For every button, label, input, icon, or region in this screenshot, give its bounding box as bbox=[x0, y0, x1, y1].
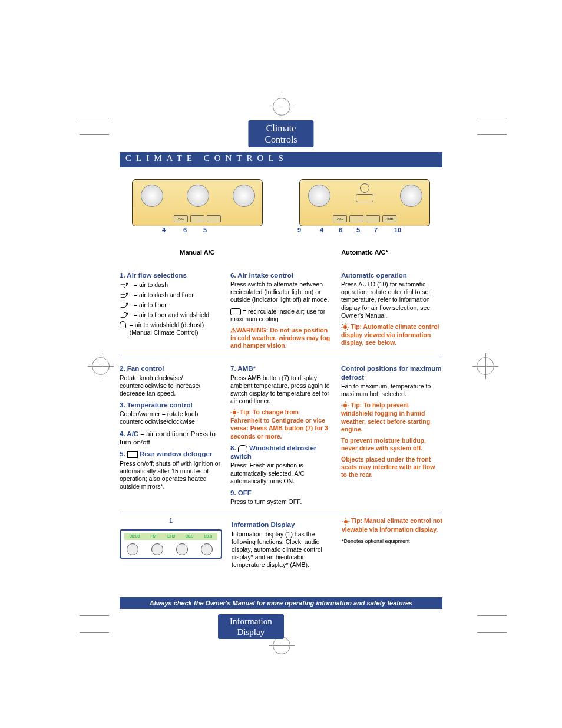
ws-defrost-icon bbox=[238, 445, 247, 452]
info-display-heading: Information Display bbox=[232, 521, 332, 529]
svg-line-12 bbox=[347, 324, 348, 325]
warning-triangle-icon: ⚠ bbox=[230, 327, 236, 334]
info-tab: Information Display bbox=[218, 614, 284, 639]
manual-ac-panel: A/C bbox=[132, 179, 263, 226]
auto-op-body: Press AUTO (10) for automatic operation;… bbox=[341, 281, 442, 319]
intake-body: Press switch to alternate between recirc… bbox=[230, 281, 332, 304]
svg-point-0 bbox=[126, 283, 128, 285]
air-floor-ws-icon bbox=[120, 311, 130, 319]
auto-caption: Automatic A/C* bbox=[287, 249, 442, 257]
svg-point-3 bbox=[126, 313, 128, 315]
svg-point-1 bbox=[126, 293, 128, 295]
section-title: CLIMATE CONTROLS bbox=[120, 152, 442, 167]
header-tab: Climate Controls bbox=[248, 120, 313, 147]
sun-tip-icon bbox=[341, 401, 349, 410]
sun-tip-icon bbox=[341, 323, 349, 331]
svg-point-4 bbox=[343, 325, 347, 329]
footer-strip: Always check the Owner's Manual for more… bbox=[120, 597, 442, 609]
warning-text: WARNING: Do not use position in cold wea… bbox=[230, 327, 330, 349]
svg-point-18 bbox=[343, 404, 347, 407]
temp-heading: 3. Temperature control bbox=[120, 401, 221, 409]
amb-heading: 7. AMB* bbox=[230, 364, 332, 373]
svg-line-10 bbox=[347, 329, 348, 330]
svg-point-23 bbox=[344, 520, 348, 523]
air-dash-floor-icon bbox=[120, 291, 130, 299]
rear-defog-icon bbox=[127, 451, 138, 458]
defrost-icon bbox=[120, 321, 126, 328]
auto-ac-panel: A/CAMB bbox=[299, 179, 430, 226]
footnote: *Denotes optional equipment bbox=[342, 538, 442, 545]
recirc-icon bbox=[230, 308, 241, 315]
svg-point-2 bbox=[126, 303, 128, 305]
sun-tip-icon bbox=[230, 409, 239, 417]
svg-line-9 bbox=[342, 324, 343, 325]
radio-diagram: 00:00FMCH088.988.8 bbox=[120, 529, 222, 559]
airflow-heading: 1. Air flow selections bbox=[120, 271, 221, 279]
auto-op-heading: Automatic operation bbox=[341, 271, 442, 279]
air-dash-icon bbox=[120, 281, 130, 289]
air-floor-icon bbox=[120, 301, 130, 309]
manual-caption: Manual A/C bbox=[120, 249, 275, 257]
sun-tip-icon bbox=[342, 518, 350, 526]
svg-line-11 bbox=[342, 329, 343, 330]
fan-heading: 2. Fan control bbox=[120, 364, 221, 373]
intake-heading: 6. Air intake control bbox=[230, 271, 332, 279]
svg-point-13 bbox=[233, 411, 236, 414]
off-heading: 9. OFF bbox=[230, 489, 332, 497]
max-defrost-heading: Control positions for maximum defrost bbox=[341, 364, 442, 381]
